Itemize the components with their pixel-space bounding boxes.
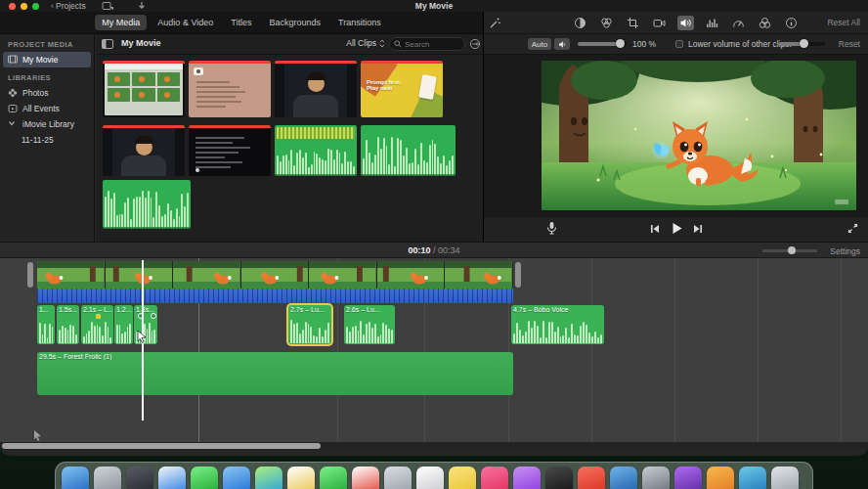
imovie-window: ‹Projects My Movie My MediaAudio & Video… — [0, 0, 868, 456]
audio-clip-2[interactable] — [361, 125, 456, 176]
clip-appearance-icon[interactable] — [469, 38, 481, 50]
sidebar-item-all-events[interactable]: All Events — [0, 101, 94, 116]
search-field[interactable] — [389, 37, 465, 51]
voiceover-mic-icon[interactable] — [546, 221, 557, 236]
previous-frame-button[interactable] — [650, 224, 660, 234]
contacts-dock-icon[interactable] — [384, 467, 412, 489]
clip-trim-handle-left[interactable] — [27, 262, 33, 288]
search-input[interactable] — [405, 40, 459, 49]
lower-volume-checkbox[interactable] — [675, 40, 683, 48]
siri-dock-icon[interactable] — [126, 467, 153, 489]
settings-dock-icon[interactable] — [642, 467, 670, 489]
adjustment-toolbar: Reset All — [484, 12, 868, 34]
safari-dock-icon[interactable] — [158, 467, 186, 489]
volume-controls-row: Auto 100 % Lower volume of other clips: … — [484, 34, 868, 55]
info-icon[interactable] — [783, 16, 800, 30]
window-title: My Movie — [0, 0, 868, 12]
presenter-clip[interactable] — [275, 61, 357, 117]
photos-dock-icon[interactable] — [287, 467, 315, 489]
fox-gallery-webpage-clip[interactable] — [103, 61, 185, 117]
tv-dock-icon[interactable] — [545, 467, 573, 489]
tab-transitions[interactable]: Transitions — [331, 15, 388, 30]
launchpad-dock-icon[interactable] — [94, 467, 121, 489]
timeline-audio-clip-2-7s-lu[interactable]: 2.7s – Lu... — [288, 305, 331, 344]
timeline-zoom-slider[interactable] — [762, 249, 817, 252]
enhance-wand-icon[interactable] — [489, 17, 501, 29]
sidebar-item-imovie-library[interactable]: iMovie Library — [0, 116, 94, 132]
timeline-audio-clip-4-7s-bobo-voice[interactable]: 4.7s – Bobo Voice — [511, 305, 604, 344]
sidebar-item-photos[interactable]: Photos — [0, 85, 94, 101]
reset-all-button[interactable]: Reset All — [827, 18, 860, 27]
tab-backgrounds[interactable]: Backgrounds — [262, 15, 327, 30]
messages-dock-icon[interactable] — [191, 467, 218, 489]
presenter-clip-2[interactable] — [103, 125, 185, 176]
waveform — [513, 319, 602, 343]
audio-clip-3[interactable] — [103, 180, 191, 229]
fade-handle-icon[interactable] — [151, 313, 156, 319]
noise-reduction-icon[interactable] — [704, 16, 720, 30]
reminders-dock-icon[interactable] — [416, 467, 444, 489]
browser-thumbnails: Prompt first, Play next — [96, 55, 483, 242]
news-dock-icon[interactable] — [578, 467, 605, 489]
tab-my-media[interactable]: My Media — [95, 15, 147, 30]
color-correction-icon[interactable] — [598, 16, 615, 30]
tab-audio-video[interactable]: Audio & Video — [151, 15, 220, 30]
timeline-scrollbar[interactable] — [0, 442, 868, 450]
next-frame-button[interactable] — [693, 224, 703, 234]
timeline-body: 29.5s – Forest Frolic (1) 1...1.5s...2.1… — [0, 258, 868, 442]
sidebar-item-my-movie[interactable]: My Movie — [3, 52, 91, 67]
crop-icon[interactable] — [625, 16, 641, 30]
pages-dock-icon[interactable] — [707, 467, 734, 489]
finder-dock-icon[interactable] — [62, 467, 89, 489]
mail-dock-icon[interactable] — [223, 467, 250, 489]
volume-icon[interactable] — [677, 16, 694, 30]
reset-button[interactable]: Reset — [839, 39, 860, 49]
facetime-dock-icon[interactable] — [320, 467, 347, 489]
volume-slider[interactable] — [578, 42, 627, 46]
audio-clip-1[interactable] — [275, 125, 357, 176]
fullscreen-icon[interactable] — [847, 223, 858, 234]
clip-trim-handle-right[interactable] — [515, 262, 521, 288]
notes-document-clip[interactable] — [189, 61, 271, 117]
podcasts-dock-icon[interactable] — [513, 467, 541, 489]
speed-icon[interactable] — [730, 16, 747, 30]
timeline-audio-clip-2-1s-l[interactable]: 2.1s – L... — [81, 305, 113, 344]
total-duration: 00:34 — [438, 245, 460, 255]
timeline-audio-clip-1[interactable]: 1... — [37, 305, 55, 344]
stabilization-icon[interactable] — [651, 16, 668, 30]
timeline-audio-clip-1-2[interactable]: 1.2... — [114, 305, 133, 344]
auto-volume-button[interactable]: Auto — [528, 38, 551, 50]
sidebar-item-11-11-25[interactable]: 11-11-25 — [0, 132, 94, 148]
tab-titles[interactable]: Titles — [224, 15, 258, 30]
timeline-settings-button[interactable]: Settings — [830, 246, 860, 256]
sidebar: PROJECT MEDIA My Movie LIBRARIES PhotosA… — [0, 34, 95, 242]
scrollbar-thumb[interactable] — [2, 443, 321, 449]
music-clip-label: 29.5s – Forest Frolic (1) — [39, 353, 512, 360]
timeline-video-clip[interactable] — [37, 261, 513, 289]
sidebar-item-label: My Movie — [22, 55, 58, 65]
lower-volume-slider[interactable] — [778, 42, 825, 46]
waveform — [59, 319, 77, 343]
timeline-audio-clip-1-5s[interactable]: 1.5s... — [57, 305, 79, 344]
timeline-music-clip[interactable]: 29.5s – Forest Frolic (1) — [37, 352, 513, 395]
clip-filter-icon[interactable] — [757, 16, 773, 30]
calendar-dock-icon[interactable] — [352, 467, 379, 489]
volume-percentage: 100 % — [632, 39, 656, 49]
yellow-slide-clip[interactable]: Prompt first, Play next — [361, 61, 443, 117]
sidebar-toggle-icon[interactable] — [102, 39, 113, 49]
play-button[interactable] — [671, 222, 683, 235]
appstore-dock-icon[interactable] — [610, 467, 637, 489]
code-window-clip[interactable] — [189, 125, 271, 176]
mute-button[interactable] — [554, 38, 570, 50]
trash-dock-icon[interactable] — [771, 467, 799, 489]
maps-dock-icon[interactable] — [255, 467, 282, 489]
color-balance-icon[interactable] — [572, 16, 588, 30]
chevron-icon — [8, 119, 18, 129]
clip-filter-dropdown[interactable]: All Clips — [346, 38, 385, 48]
timeline-audio-clip-2-6s-lu[interactable]: 2.6s – Lu... — [344, 305, 395, 344]
notes-dock-icon[interactable] — [449, 467, 476, 489]
imovie-dock-icon[interactable] — [674, 467, 702, 489]
keynote-dock-icon[interactable] — [739, 467, 766, 489]
timeline-video-audio-waveform[interactable] — [37, 289, 513, 303]
music-dock-icon[interactable] — [481, 467, 508, 489]
